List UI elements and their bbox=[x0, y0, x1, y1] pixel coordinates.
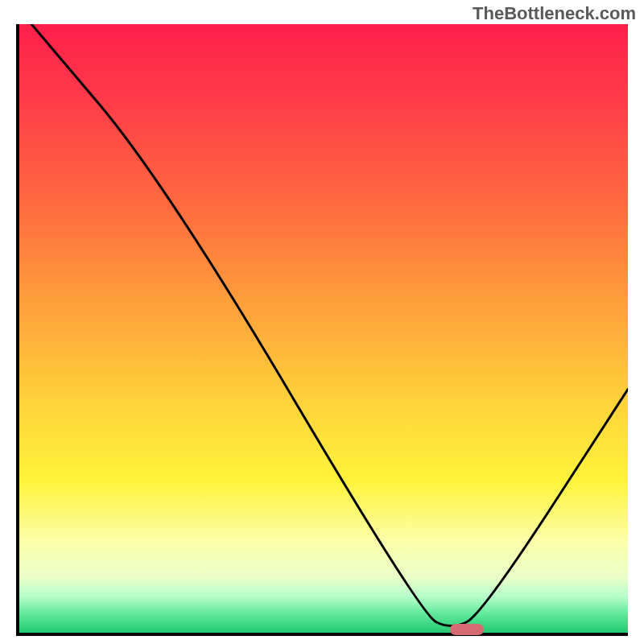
chart-area bbox=[16, 24, 628, 636]
gradient-background bbox=[19, 24, 628, 633]
chart-svg bbox=[19, 24, 628, 633]
optimal-marker bbox=[450, 624, 484, 635]
watermark-text: TheBottleneck.com bbox=[473, 3, 636, 24]
